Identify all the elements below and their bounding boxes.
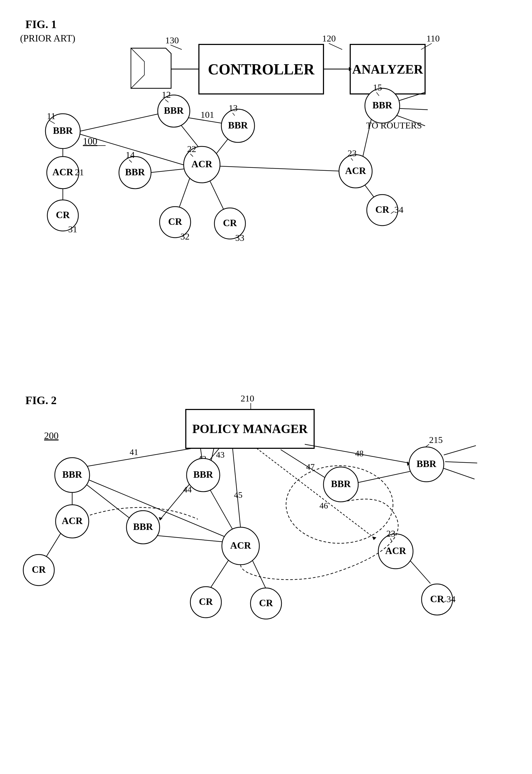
label-bbr11: BBR [53, 125, 73, 136]
line-bbrfr-r3 [444, 468, 475, 479]
label-bbr13: BBR [228, 120, 248, 130]
line-acr22-cr33 [209, 178, 225, 212]
label-acr-center: ACR [230, 540, 251, 551]
label-cr33: CR [223, 218, 237, 228]
label-cr-far-left: CR [32, 564, 46, 575]
label-bbr14: BBR [125, 167, 145, 177]
ref-100: 100 [83, 136, 97, 147]
line-bbr15-r2 [398, 108, 428, 110]
ref-34-fig1: 34 [394, 205, 403, 215]
ref-130: 130 [165, 35, 179, 45]
label-acr-right: ACR [385, 545, 406, 556]
label-bbr-bot: BBR [133, 521, 153, 532]
label-bbr12: BBR [164, 105, 184, 116]
ref-101: 101 [201, 110, 214, 120]
policy-manager-label: POLICY MANAGER [192, 422, 308, 436]
ref-23-fig1: 23 [348, 148, 357, 158]
line-pm-45 [233, 448, 241, 528]
ref-14: 14 [126, 150, 135, 160]
diagram-svg: FIG. 1 (PRIOR ART) CONTROLLER ANALYZER T… [0, 0, 532, 774]
ref-13: 13 [229, 103, 238, 113]
line-pm-46 [257, 448, 374, 538]
ref-34-fig2: 34 [446, 594, 456, 604]
page: FIG. 1 (PRIOR ART) CONTROLLER ANALYZER T… [0, 0, 532, 774]
label-acr22: ACR [191, 159, 213, 169]
line-bbrm-acrc [209, 487, 233, 529]
line-bbrfr-r2 [445, 462, 477, 463]
dashed-path-center [241, 499, 398, 580]
analyzer-label: ANALYZER [352, 62, 423, 76]
ref-120: 120 [322, 33, 336, 43]
ref-21: 21 [75, 167, 84, 177]
label-acr-left: ACR [62, 515, 83, 526]
label-cr-bot-right: CR [259, 598, 273, 608]
ref-46: 46 [319, 501, 328, 510]
label-cr32: CR [168, 216, 182, 227]
line-acrl-crfl [45, 532, 61, 558]
label-cr31: CR [56, 210, 70, 220]
ref-32: 32 [180, 232, 190, 242]
ref-215: 215 [429, 435, 443, 445]
arrow-46 [372, 536, 376, 540]
label-acr21: ACR [52, 167, 74, 177]
ref-48: 48 [355, 449, 364, 458]
ref-15: 15 [373, 82, 382, 92]
line-bbr11-bbr12 [80, 114, 159, 131]
ref-23-fig2: 23 [386, 528, 395, 538]
label-bbr-left: BBR [62, 469, 82, 480]
line-acrc-crbr [251, 558, 266, 589]
refline-120 [329, 43, 342, 49]
label-cr-bot-left: CR [199, 596, 213, 607]
line-bbrbt-acrc [154, 535, 225, 542]
line-acr22-acr23 [214, 166, 345, 171]
line-acrc-crbl [210, 558, 230, 589]
label-bbr-far-right: BBR [417, 458, 437, 469]
fig1-prior-art: (PRIOR ART) [20, 33, 75, 44]
ref-12: 12 [162, 90, 171, 99]
ref-43: 43 [216, 450, 225, 459]
label-bbr15: BBR [372, 100, 392, 110]
ref-200: 200 [44, 430, 59, 441]
label-acr23: ACR [345, 165, 366, 176]
line-acr22-cr32 [178, 178, 190, 212]
line-acrr-crfr [409, 559, 430, 584]
fig1-label: FIG. 1 [25, 18, 57, 30]
refline-130 [171, 45, 182, 49]
label-cr-far-right: CR [430, 594, 444, 604]
ref-22: 22 [187, 144, 196, 154]
controller-label: CONTROLLER [208, 61, 315, 78]
line-bbrfr-r1 [444, 446, 476, 455]
ref-110: 110 [426, 33, 440, 43]
ref-41: 41 [130, 447, 138, 457]
label-bbr-right: BBR [331, 478, 351, 489]
label-cr34: CR [375, 204, 390, 215]
ref-45: 45 [234, 490, 242, 500]
line-bbrr-bbrfr [356, 471, 412, 483]
label-bbr-mid: BBR [193, 469, 213, 480]
ref-47: 47 [306, 462, 315, 471]
line-bbr14-acr22 [150, 168, 187, 172]
ref-31: 31 [68, 224, 77, 234]
ref-11: 11 [47, 111, 56, 121]
ref-33: 33 [235, 233, 244, 243]
ref-210: 210 [241, 393, 254, 403]
fig2-label: FIG. 2 [25, 394, 57, 407]
